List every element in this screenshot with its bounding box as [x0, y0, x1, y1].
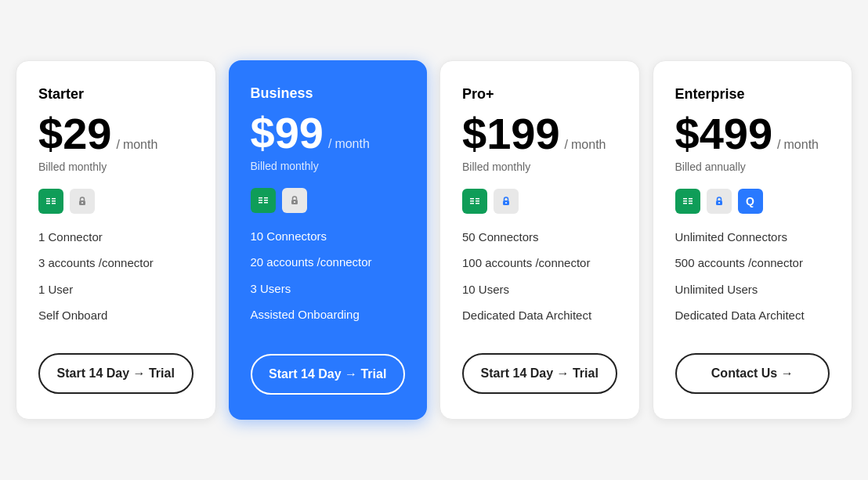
plan-name: Business: [251, 85, 406, 102]
svg-rect-2: [52, 198, 56, 200]
pricing-card-business: Business$99/monthBilled monthly10 Connec…: [229, 60, 428, 420]
icon-lock: [282, 188, 307, 213]
feature-item: Unlimited Connectors: [675, 229, 830, 245]
icons-row: [462, 189, 617, 214]
feature-item: 100 accounts /connector: [462, 255, 617, 271]
pricing-card-proplus: Pro+$199/monthBilled monthly50 Connector…: [439, 60, 640, 420]
feature-item: 3 accounts /connector: [38, 255, 193, 271]
svg-rect-22: [476, 200, 479, 202]
cta-button-proplus[interactable]: Start 14 Day → Trial: [462, 353, 617, 395]
icon-sheets: [38, 189, 63, 214]
icon-sheets: [462, 189, 487, 214]
feature-item: Assisted Onboarding: [251, 307, 406, 323]
pricing-card-enterprise: Enterprise$499/monthBilled annuallyQUnli…: [653, 60, 853, 420]
cta-button-enterprise[interactable]: Contact Us →: [675, 353, 830, 395]
svg-rect-20: [476, 198, 479, 200]
price-amount: $199: [462, 112, 560, 156]
icon-lock-blue: [707, 189, 732, 214]
svg-rect-15: [264, 202, 268, 204]
svg-rect-21: [470, 200, 474, 202]
svg-rect-31: [689, 200, 693, 202]
price-divider: /: [116, 138, 119, 152]
svg-rect-29: [689, 198, 693, 200]
icon-lock-blue: [494, 189, 519, 214]
svg-rect-27: [681, 194, 695, 208]
price-divider: /: [777, 138, 780, 152]
svg-rect-33: [689, 203, 693, 204]
icons-row: Q: [675, 189, 830, 214]
icon-lock: [70, 189, 95, 214]
svg-point-8: [81, 202, 83, 204]
pricing-container: Starter$29/monthBilled monthly1 Connecto…: [16, 60, 852, 420]
feature-item: Dedicated Data Architect: [462, 308, 617, 323]
svg-rect-28: [683, 198, 687, 200]
price-divider: /: [565, 138, 568, 152]
svg-rect-1: [46, 198, 50, 200]
svg-rect-9: [256, 193, 270, 208]
svg-rect-14: [259, 202, 262, 204]
svg-rect-11: [264, 197, 268, 199]
svg-rect-32: [683, 203, 687, 204]
icons-row: [38, 189, 193, 214]
svg-rect-18: [468, 194, 482, 208]
price-amount: $99: [251, 111, 324, 155]
plan-name: Starter: [38, 86, 193, 103]
svg-rect-3: [46, 200, 50, 202]
price-row: $499/month: [675, 112, 830, 156]
price-divider: /: [328, 137, 331, 151]
billing-info: Billed monthly: [251, 160, 406, 172]
svg-point-17: [294, 201, 295, 203]
svg-rect-19: [470, 198, 474, 200]
features-list: 50 Connectors100 accounts /connector10 U…: [462, 229, 617, 334]
price-period: month: [784, 138, 819, 152]
feature-item: Unlimited Users: [675, 282, 830, 298]
svg-rect-13: [264, 200, 268, 201]
svg-point-35: [718, 202, 720, 204]
billing-info: Billed annually: [675, 161, 830, 173]
svg-rect-5: [46, 203, 50, 204]
icon-q: Q: [738, 189, 763, 214]
svg-rect-12: [259, 200, 262, 201]
pricing-card-starter: Starter$29/monthBilled monthly1 Connecto…: [16, 60, 216, 420]
feature-item: 10 Users: [462, 282, 617, 298]
svg-point-26: [505, 202, 507, 204]
feature-item: 500 accounts /connector: [675, 255, 830, 271]
price-row: $99/month: [251, 111, 406, 155]
feature-item: Self Onboard: [38, 308, 193, 323]
icon-sheets: [675, 189, 700, 214]
price-period: month: [123, 138, 157, 152]
price-period: month: [335, 137, 369, 151]
cta-button-starter[interactable]: Start 14 Day → Trial: [38, 353, 193, 395]
feature-item: 50 Connectors: [462, 229, 617, 245]
features-list: Unlimited Connectors500 accounts /connec…: [675, 229, 830, 334]
svg-rect-23: [470, 203, 474, 204]
cta-button-business[interactable]: Start 14 Day → Trial: [251, 354, 406, 395]
billing-info: Billed monthly: [462, 161, 617, 173]
svg-rect-0: [44, 194, 58, 208]
svg-rect-4: [52, 200, 56, 202]
icons-row: [251, 188, 406, 213]
svg-rect-10: [259, 197, 262, 199]
price-row: $199/month: [462, 112, 617, 156]
price-row: $29/month: [38, 112, 193, 156]
feature-item: 10 Connectors: [251, 229, 406, 244]
price-period: month: [571, 138, 606, 152]
feature-item: 3 Users: [251, 281, 406, 297]
feature-item: 1 Connector: [38, 229, 193, 245]
icon-sheets: [251, 188, 276, 213]
plan-name: Enterprise: [675, 86, 830, 103]
svg-rect-6: [52, 203, 56, 204]
billing-info: Billed monthly: [38, 161, 193, 173]
feature-item: Dedicated Data Architect: [675, 308, 830, 323]
price-amount: $499: [675, 112, 773, 156]
price-amount: $29: [38, 112, 111, 156]
feature-item: 20 accounts /connector: [251, 254, 406, 270]
features-list: 1 Connector3 accounts /connector1 UserSe…: [38, 229, 193, 334]
plan-name: Pro+: [462, 86, 617, 103]
features-list: 10 Connectors20 accounts /connector3 Use…: [251, 229, 406, 335]
svg-rect-24: [476, 203, 479, 204]
svg-rect-30: [683, 200, 687, 202]
feature-item: 1 User: [38, 282, 193, 298]
